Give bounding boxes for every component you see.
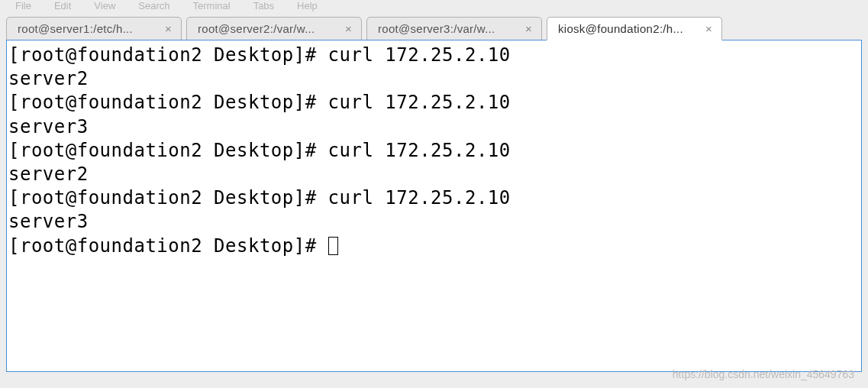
menu-view[interactable]: View	[94, 0, 115, 11]
menu-terminal[interactable]: Terminal	[193, 0, 231, 11]
terminal-line: server2	[8, 163, 860, 186]
tab-server2[interactable]: root@server2:/var/w... ×	[186, 17, 362, 40]
tab-label: root@server1:/etc/h...	[18, 22, 156, 35]
menu-file[interactable]: File	[15, 0, 31, 11]
close-icon[interactable]: ×	[704, 22, 714, 35]
tab-server3[interactable]: root@server3:/var/w... ×	[366, 17, 542, 40]
tab-server1[interactable]: root@server1:/etc/h... ×	[6, 17, 182, 40]
cursor-icon	[328, 237, 338, 255]
terminal-line: server2	[8, 67, 860, 91]
terminal-prompt: [root@foundation2 Desktop]#	[8, 235, 328, 257]
close-icon[interactable]: ×	[163, 22, 173, 35]
terminal-line: server3	[8, 210, 860, 234]
terminal-output[interactable]: [root@foundation2 Desktop]# curl 172.25.…	[6, 40, 862, 372]
menu-bar: File Edit View Search Terminal Tabs Help	[0, 0, 868, 14]
tab-label: root@server2:/var/w...	[198, 22, 336, 35]
terminal-line: [root@foundation2 Desktop]# curl 172.25.…	[8, 139, 860, 163]
terminal-line: [root@foundation2 Desktop]# curl 172.25.…	[8, 44, 860, 67]
terminal-prompt-line: [root@foundation2 Desktop]#	[8, 234, 860, 258]
tab-label: root@server3:/var/w...	[378, 22, 516, 35]
tab-label: kiosk@foundation2:/h...	[558, 22, 696, 35]
close-icon[interactable]: ×	[344, 22, 353, 35]
menu-search[interactable]: Search	[138, 0, 169, 11]
terminal-line: server3	[8, 115, 860, 139]
menu-tabs[interactable]: Tabs	[253, 0, 274, 11]
tab-foundation2[interactable]: kiosk@foundation2:/h... ×	[547, 17, 722, 40]
tab-bar: root@server1:/etc/h... × root@server2:/v…	[0, 14, 868, 40]
menu-help[interactable]: Help	[297, 0, 318, 11]
terminal-line: [root@foundation2 Desktop]# curl 172.25.…	[8, 91, 860, 115]
close-icon[interactable]: ×	[524, 22, 534, 35]
menu-edit[interactable]: Edit	[54, 0, 71, 11]
terminal-line: [root@foundation2 Desktop]# curl 172.25.…	[8, 186, 860, 210]
